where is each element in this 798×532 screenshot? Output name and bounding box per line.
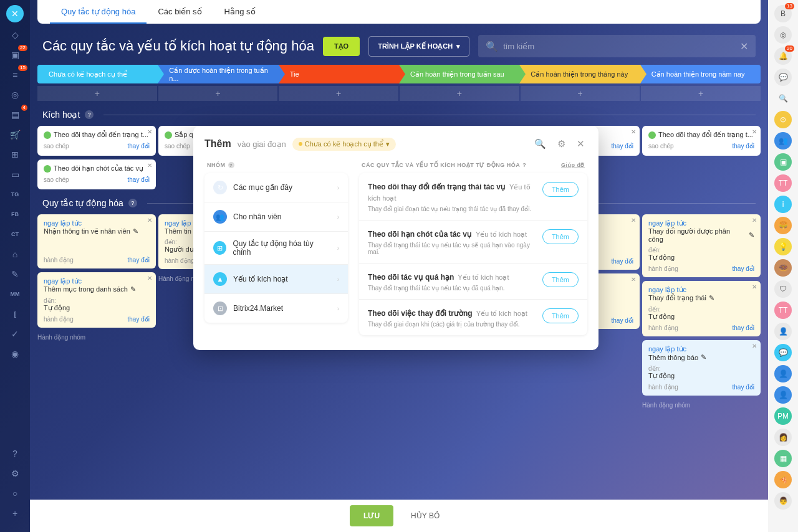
close-icon[interactable]: ✕ — [574, 136, 587, 152]
trigger-card[interactable]: ✕Theo dõi thay đổi đến trạng t...sao ché… — [642, 126, 761, 156]
menu-item[interactable]: 👥Cho nhân viên› — [204, 202, 348, 232]
trigger-card[interactable]: ✕Theo dõi thay đổi đến trạng t...sao ché… — [37, 126, 156, 156]
stage[interactable]: Cần hoàn thiện trong tháng này — [519, 65, 640, 83]
right-rail-item[interactable]: 👨 — [774, 492, 792, 510]
rail-item[interactable]: ≡15 — [6, 67, 24, 82]
right-rail-item[interactable]: B13 — [774, 5, 792, 22]
add-stage-button[interactable]: + — [158, 86, 278, 101]
planner-button[interactable]: TRÌNH LẬP KẾ HOẠCH▾ — [368, 36, 469, 57]
stage[interactable]: Cần hoàn thiện trong năm nay — [640, 65, 761, 83]
close-icon[interactable]: ✕ — [752, 217, 757, 224]
rail-item[interactable]: ▣22 — [6, 47, 24, 62]
close-icon[interactable]: ✕ — [147, 217, 152, 224]
rail-item-ct[interactable]: CT — [6, 227, 24, 242]
rail-item[interactable]: ▭ — [6, 167, 24, 182]
help-icon[interactable]: ? — [85, 110, 94, 119]
create-button[interactable]: TẠO — [323, 37, 360, 56]
right-rail-item[interactable]: 🔔20 — [774, 47, 792, 65]
tab[interactable]: Các biến số — [147, 0, 213, 24]
right-rail-item[interactable]: 👩 — [774, 429, 792, 446]
menu-item[interactable]: ↻Các mục gần đây› — [204, 173, 348, 202]
trigger-card[interactable]: ✕Theo dõi hạn chót của tác vụsao chéptha… — [37, 159, 156, 189]
right-rail-item[interactable]: 🍩 — [774, 259, 792, 277]
rail-item-tg[interactable]: TG — [6, 187, 24, 202]
close-icon[interactable]: ✕ — [752, 128, 757, 135]
stage[interactable]: Cần được hoàn thiện trong tuần n... — [158, 65, 278, 83]
close-icon[interactable]: ✕ — [752, 343, 757, 349]
right-rail-item[interactable]: 👤 — [774, 365, 792, 382]
rail-item[interactable]: ○ — [6, 486, 24, 501]
right-rail-item[interactable]: TT — [774, 174, 792, 192]
close-icon[interactable]: ✕ — [631, 128, 636, 135]
add-trigger-button[interactable]: Thêm — [542, 308, 579, 323]
filter-icon[interactable]: ⚙ — [555, 136, 568, 152]
rule-card[interactable]: ✕ngay lập tứcThêm mục trong danh sách ✎đ… — [37, 272, 156, 328]
cancel-button[interactable]: HỦY BỎ — [402, 505, 448, 526]
rail-item[interactable]: 🛒 — [6, 127, 24, 142]
save-button[interactable]: LƯU — [350, 505, 393, 526]
close-icon[interactable]: ✕ — [631, 276, 636, 283]
add-trigger-button[interactable]: Thêm — [542, 229, 579, 244]
rail-item[interactable]: ⫿ — [6, 306, 24, 321]
rail-item[interactable]: ⊞ — [6, 147, 24, 162]
menu-item[interactable]: ⊡Bitrix24.Market› — [204, 294, 348, 323]
add-stage-button[interactable]: + — [521, 86, 640, 101]
right-rail-item[interactable]: ▦ — [774, 450, 792, 467]
right-rail-item[interactable]: 🔍 — [774, 90, 792, 107]
right-rail-item[interactable]: 👥 — [774, 132, 792, 150]
rule-card[interactable]: ✕ngay lập tứcThay đổi trạng thái ✎đến:Tự… — [642, 281, 761, 336]
add-trigger-button[interactable]: Thêm — [542, 182, 579, 197]
rail-item[interactable]: ▤4 — [6, 107, 24, 122]
rail-item[interactable]: ✎ — [6, 267, 24, 282]
search-box[interactable]: 🔍 ✕ — [478, 35, 756, 57]
search-icon[interactable]: 🔍 — [532, 136, 549, 152]
close-icon[interactable]: ✕ — [631, 217, 636, 224]
right-rail-item[interactable]: 💬 — [774, 69, 792, 86]
rail-item[interactable]: ◎ — [6, 87, 24, 102]
rule-card[interactable]: ✕ngay lập tứcThay đổi người được phân cô… — [642, 214, 761, 277]
add-stage-button[interactable]: + — [400, 86, 519, 101]
right-rail-item[interactable]: ⊙ — [774, 111, 792, 128]
help-link[interactable]: Giúp đỡ — [561, 162, 585, 168]
right-rail-item[interactable]: 💬 — [774, 344, 792, 361]
right-rail-item[interactable]: ◎ — [774, 26, 792, 44]
close-icon[interactable]: ✕ — [752, 283, 757, 290]
right-rail-item[interactable]: 🛡 — [774, 280, 792, 298]
tab[interactable]: Hằng số — [213, 0, 267, 24]
tab[interactable]: Quy tắc tự động hóa — [50, 0, 147, 24]
rail-item-fb[interactable]: FB — [6, 207, 24, 222]
add-stage-button[interactable]: + — [279, 86, 398, 101]
rule-card[interactable]: ✕ngay lập tứcThêm thông báo ✎đến:Tự động… — [642, 340, 761, 396]
right-rail-item[interactable]: PM — [774, 407, 792, 425]
right-rail-item[interactable]: 💡 — [774, 238, 792, 255]
close-icon[interactable]: ✕ — [147, 162, 152, 169]
menu-item[interactable]: ▲Yếu tố kích hoạt› — [204, 265, 348, 294]
stage[interactable]: Cần hoàn thiện trong tuần sau — [399, 65, 519, 83]
add-icon[interactable]: + — [6, 506, 24, 521]
right-rail-item[interactable]: 🍔 — [774, 217, 792, 234]
right-rail-item[interactable]: 👤 — [774, 386, 792, 404]
search-input[interactable] — [503, 42, 740, 51]
right-rail-item[interactable]: ▣ — [774, 153, 792, 171]
right-rail-item[interactable]: 🍕 — [774, 471, 792, 488]
help-icon[interactable]: ? — [128, 199, 137, 207]
rail-item[interactable]: ✓ — [6, 326, 24, 341]
add-stage-button[interactable]: + — [641, 86, 761, 101]
rail-item[interactable]: ⌂ — [6, 247, 24, 262]
menu-item[interactable]: ⊞Quy tắc tự động hóa tùy chỉnh› — [204, 232, 348, 265]
help-icon[interactable]: ? — [6, 446, 24, 461]
clear-icon[interactable]: ✕ — [740, 40, 748, 52]
right-rail-item[interactable]: TT — [774, 302, 792, 319]
stage[interactable]: Tie — [279, 65, 399, 83]
stage-pill[interactable]: Chưa có kế hoạch cụ thể ▾ — [292, 138, 396, 151]
right-rail-item[interactable]: i — [774, 196, 792, 213]
right-rail-item[interactable]: 👤 — [774, 323, 792, 340]
settings-icon[interactable]: ⚙ — [6, 466, 24, 481]
close-icon[interactable]: ✕ — [147, 128, 152, 135]
add-trigger-button[interactable]: Thêm — [542, 272, 579, 287]
rail-item[interactable]: ◇ — [6, 27, 24, 42]
rule-card[interactable]: ✕ngay lập tứcNhận thông tin về nhân viên… — [37, 214, 156, 268]
rail-item[interactable]: ◉ — [6, 346, 24, 361]
close-button[interactable]: ✕ — [6, 5, 24, 22]
stage[interactable]: Chưa có kế hoạch cụ thể — [37, 65, 158, 83]
